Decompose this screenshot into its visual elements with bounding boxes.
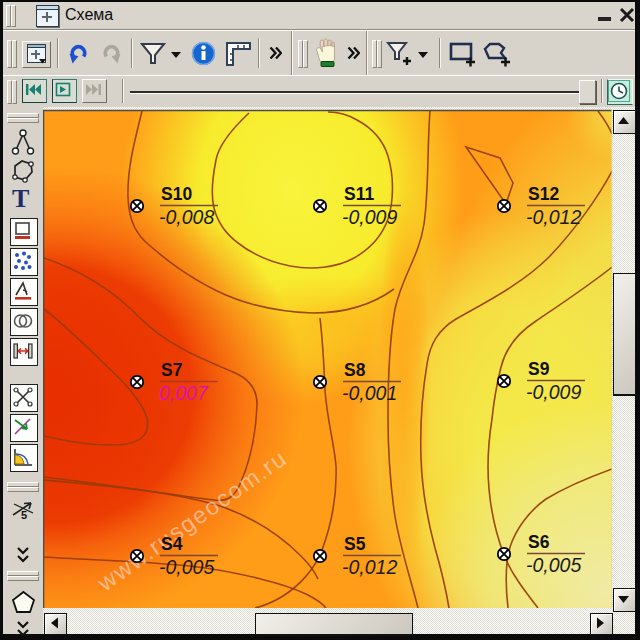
svg-text:-0,012: -0,012 — [526, 206, 581, 228]
svg-text:S12: S12 — [528, 184, 559, 204]
svg-text:-0,008: -0,008 — [159, 206, 214, 228]
svg-text:-0,009: -0,009 — [342, 206, 397, 228]
svg-text:S5: S5 — [344, 534, 366, 554]
svg-text:-0,005: -0,005 — [526, 554, 581, 576]
svg-text:S10: S10 — [161, 184, 192, 204]
svg-text:S11: S11 — [344, 184, 374, 204]
svg-text:-0,005: -0,005 — [159, 556, 214, 578]
svg-text:S4: S4 — [161, 534, 183, 554]
svg-text:-0,009: -0,009 — [526, 381, 581, 403]
svg-text:5: 5 — [21, 509, 27, 521]
svg-text:-0,001: -0,001 — [342, 382, 397, 404]
svg-text:S9: S9 — [528, 359, 550, 379]
svg-text:0,007: 0,007 — [159, 382, 209, 404]
svg-text:S6: S6 — [528, 532, 550, 552]
svg-text:S7: S7 — [161, 360, 182, 380]
svg-text:-0,012: -0,012 — [342, 556, 397, 578]
svg-text:S8: S8 — [344, 360, 366, 380]
